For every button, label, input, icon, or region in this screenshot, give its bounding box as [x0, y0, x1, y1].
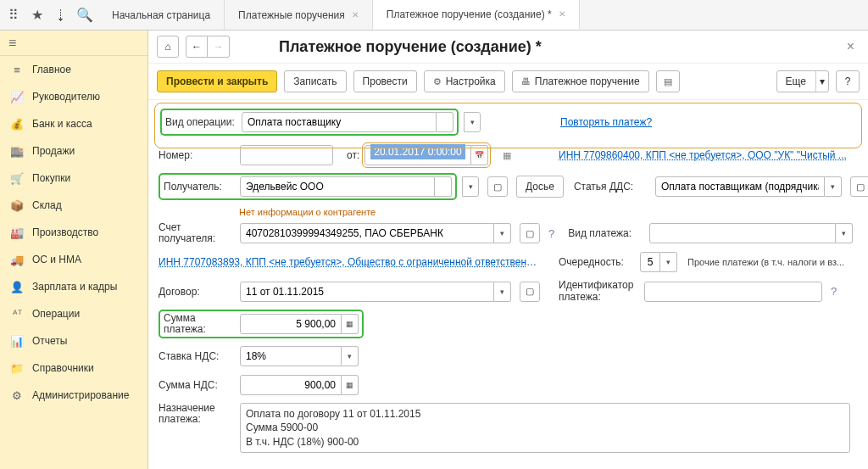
dds-input[interactable] [655, 176, 825, 197]
page-header: ⌂ ← → Платежное поручение (создание) * × [148, 31, 868, 64]
vat-rate-input[interactable] [240, 346, 342, 366]
open-button[interactable]: ▢ [487, 176, 508, 197]
chart-icon: 📈 [10, 90, 24, 103]
save-button[interactable]: Записать [284, 70, 346, 92]
recipient-input[interactable] [240, 176, 435, 197]
priority-note: Прочие платежи (в т.ч. налоги и вз... [687, 257, 844, 267]
home-button[interactable]: ⌂ [157, 36, 179, 58]
sidebar-item-manager[interactable]: 📈Руководителю [0, 83, 147, 110]
dropdown-icon[interactable]: ▾ [342, 346, 359, 366]
sidebar: ≡ ≡Главное 📈Руководителю 💰Банк и касса 🏬… [0, 31, 148, 469]
repeat-payment-link[interactable]: Повторять платеж? [560, 116, 652, 128]
open-button[interactable]: ▢ [520, 282, 540, 302]
org-inn-link[interactable]: ИНН 7709860400, КПП <не требуется>, ООО … [559, 149, 847, 161]
operations-icon: ᴬᵀ [10, 307, 24, 321]
close-page-button[interactable]: × [842, 39, 860, 54]
sidebar-item-directories[interactable]: 📁Справочники [0, 355, 147, 382]
calendar-icon[interactable]: 📅 [471, 145, 488, 165]
sidebar-item-label: Операции [32, 308, 80, 320]
counterparty-inn-link[interactable]: ИНН 7707083893, КПП <не требуется>, Обще… [159, 256, 540, 268]
print-icon: 🖶 [521, 76, 531, 87]
dossier-button[interactable]: Досье [516, 176, 564, 198]
sidebar-item-purchases[interactable]: 🛒Покупки [0, 165, 147, 192]
sidebar-item-label: Главное [32, 64, 71, 75]
account-input[interactable] [240, 223, 494, 243]
dropdown-icon[interactable]: ▾ [494, 282, 511, 302]
money-icon: 💰 [10, 117, 24, 131]
print-payment-button[interactable]: 🖶Платежное поручение [512, 70, 649, 92]
dropdown-icon[interactable]: ▾ [464, 112, 481, 132]
number-label: Номер: [159, 149, 235, 161]
sidebar-item-assets[interactable]: 🚚ОС и НМА [0, 246, 147, 273]
op-type-input[interactable] [242, 112, 437, 132]
purpose-label: Назначение платежа: [159, 403, 235, 425]
sum-input[interactable] [240, 314, 342, 334]
op-type-label: Вид операции: [165, 116, 242, 128]
open-button[interactable]: ▢ [850, 176, 868, 197]
close-icon[interactable]: ✕ [352, 10, 359, 20]
sidebar-item-label: Справочники [32, 362, 94, 374]
sidebar-item-production[interactable]: 🏭Производство [0, 219, 147, 246]
open-button[interactable]: ▢ [520, 223, 540, 243]
close-icon[interactable]: ✕ [559, 9, 565, 19]
sidebar-item-label: Склад [32, 199, 62, 211]
top-icon-group: ⠿ ★ ⭭ 🔍 [0, 0, 98, 30]
purpose-textarea[interactable]: Оплата по договору 11 от 01.11.2015 Сумм… [240, 403, 850, 453]
dropdown-icon[interactable] [435, 176, 452, 197]
chevron-down-icon: ▾ [815, 71, 825, 92]
menu-icon: ≡ [8, 36, 16, 51]
date-input[interactable]: 20.01.2017 0:00:00 [370, 144, 465, 159]
sidebar-item-admin[interactable]: ⚙Администрирование [0, 382, 147, 409]
calc-icon[interactable]: ▦ [342, 375, 359, 395]
more-button[interactable]: Еще▾ [776, 70, 829, 92]
contract-label: Договор: [159, 286, 235, 298]
vat-sum-input[interactable] [240, 375, 342, 395]
post-button[interactable]: Провести [353, 70, 417, 92]
gear-icon: ⚙ [433, 76, 442, 87]
apps-grid-icon[interactable]: ⠿ [3, 5, 24, 25]
tab-payment-order-create[interactable]: Платежное поручение (создание) * ✕ [373, 0, 580, 30]
person-icon: 👤 [10, 280, 24, 293]
contract-input[interactable] [240, 282, 494, 302]
help-icon[interactable]: ? [827, 285, 840, 298]
sidebar-item-main[interactable]: ≡Главное [0, 56, 147, 83]
help-button[interactable]: ? [836, 70, 860, 92]
nav-buttons: ← → [186, 36, 230, 58]
help-icon[interactable]: ? [545, 227, 558, 240]
dropdown-icon[interactable]: ▾ [494, 223, 511, 243]
sidebar-toggle[interactable]: ≡ [0, 31, 147, 56]
sidebar-item-reports[interactable]: 📊Отчеты [0, 327, 147, 355]
sidebar-item-warehouse[interactable]: 📦Склад [0, 192, 147, 219]
gear-icon: ⚙ [10, 388, 24, 402]
doc-icon-button[interactable]: ▦ [497, 145, 517, 165]
forward-button[interactable]: → [208, 36, 230, 58]
dropdown-icon[interactable]: ▾ [660, 252, 677, 272]
sidebar-item-label: Администрирование [32, 389, 129, 401]
dropdown-icon[interactable]: ▾ [825, 176, 842, 197]
settings-button[interactable]: ⚙Настройка [424, 70, 505, 92]
sidebar-item-bank[interactable]: 💰Банк и касса [0, 110, 147, 137]
structure-icon: ▤ [664, 76, 672, 87]
tab-label: Платежные поручения [238, 9, 345, 21]
back-button[interactable]: ← [186, 36, 208, 58]
tab-start-page[interactable]: Начальная страница [98, 0, 225, 30]
content-area: ⌂ ← → Платежное поручение (создание) * ×… [148, 31, 868, 469]
dropdown-icon[interactable]: ▾ [462, 176, 479, 197]
number-input[interactable] [240, 145, 333, 165]
calc-icon[interactable]: ▦ [342, 314, 359, 334]
tab-payment-orders[interactable]: Платежные поручения ✕ [225, 0, 373, 30]
sidebar-item-sales[interactable]: 🏬Продажи [0, 137, 147, 165]
id-input[interactable] [644, 282, 822, 302]
cart-icon: 🛒 [10, 171, 24, 185]
star-icon[interactable]: ★ [27, 5, 47, 25]
priority-input[interactable] [640, 252, 660, 272]
search-icon[interactable]: 🔍 [75, 5, 95, 25]
sidebar-item-operations[interactable]: ᴬᵀОперации [0, 300, 147, 327]
sidebar-item-payroll[interactable]: 👤Зарплата и кадры [0, 273, 147, 300]
pay-type-input[interactable] [649, 223, 836, 243]
dropdown-icon[interactable] [437, 112, 453, 132]
dropdown-icon[interactable]: ▾ [836, 223, 853, 243]
structure-button[interactable]: ▤ [656, 70, 680, 92]
history-icon[interactable]: ⭭ [51, 5, 71, 25]
post-and-close-button[interactable]: Провести и закрыть [157, 70, 277, 92]
